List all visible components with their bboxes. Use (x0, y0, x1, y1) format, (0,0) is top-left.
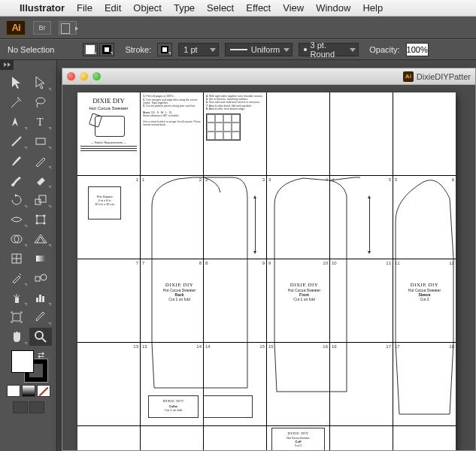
artboard-r2c2[interactable]: 12 (141, 176, 203, 259)
color-mode-button[interactable] (7, 385, 20, 397)
swap-fill-stroke-icon[interactable]: ⇄ (38, 350, 44, 360)
artboard-r3c1[interactable]: 7 (77, 259, 140, 342)
minimize-window-button[interactable] (80, 72, 88, 80)
pen-tool[interactable] (5, 113, 28, 131)
perspective-grid-tool[interactable] (29, 230, 52, 248)
mesh-tool[interactable] (5, 250, 28, 268)
menu-window[interactable]: Window (316, 2, 350, 14)
close-window-button[interactable] (67, 72, 75, 80)
brush-combo[interactable]: 3 pt. Round (299, 43, 359, 56)
artboard-r4c1[interactable]: 13 (77, 343, 140, 425)
menu-object[interactable]: Object (133, 2, 162, 14)
menu-help[interactable]: Help (362, 2, 383, 14)
type-tool[interactable]: T (29, 113, 52, 131)
artboard-instructions-2[interactable]: 4. With right sides together sew shoulde… (204, 92, 266, 175)
svg-point-0 (36, 98, 45, 104)
canvas[interactable]: DIXIE DIY Hot Cocoa Sweater — Fabric Req… (62, 85, 475, 450)
paintbrush-tool[interactable] (5, 152, 28, 170)
gradient-tool[interactable] (29, 250, 52, 268)
artboard-r4c6[interactable]: 1718 (393, 343, 456, 425)
none-mode-button[interactable] (37, 385, 50, 397)
artboard-r4c4[interactable]: 1516 (267, 343, 329, 425)
rotate-tool[interactable] (5, 191, 28, 209)
shape-builder-tool[interactable] (5, 230, 28, 248)
artboard-r2c5[interactable]: 45 (330, 176, 393, 259)
rectangle-tool[interactable] (29, 132, 52, 150)
artboard-r1c4[interactable] (267, 92, 329, 175)
stroke-swatch[interactable] (99, 43, 114, 56)
fill-swatch[interactable] (83, 43, 98, 56)
artboard-r2c3[interactable]: 23 (204, 176, 266, 259)
stroke-profile-combo[interactable]: Uniform (225, 43, 293, 56)
stroke-weight-combo[interactable]: 1 pt (178, 43, 219, 56)
artboard-r2c4[interactable]: 34 (267, 176, 329, 259)
artboard-r3c3[interactable]: 89 (204, 259, 266, 342)
menu-type[interactable]: Type (174, 2, 195, 14)
menu-file[interactable]: File (77, 2, 92, 14)
workspace: T ⇄ (0, 60, 476, 451)
window-titlebar[interactable]: Ai DixieDIYPatter (62, 68, 475, 85)
collar-piece: DIXIE DIY Collar Cut 1 on fold (148, 395, 199, 418)
menu-view[interactable]: View (283, 2, 304, 14)
app-menu[interactable]: Illustrator (20, 2, 65, 14)
svg-text:T: T (37, 117, 44, 128)
artboard-cover[interactable]: DIXIE DIY Hot Cocoa Sweater — Fabric Req… (77, 92, 140, 175)
selection-tool[interactable] (5, 74, 28, 92)
blend-tool[interactable] (29, 269, 52, 287)
artboard-r1c6[interactable] (393, 92, 456, 175)
artboard-r3c5[interactable]: 1011 (330, 259, 393, 342)
artboard-instructions-1[interactable]: 1. Print all pages at 100%… 2. Trim marg… (141, 92, 203, 175)
artboard-r4c2[interactable]: DIXIE DIY Collar Cut 1 on fold 1314 (141, 343, 203, 425)
garment-sketch-icon (90, 113, 128, 138)
artboard-r5c2[interactable] (141, 426, 203, 450)
artboard-r5c1[interactable] (77, 426, 140, 450)
symbol-sprayer-tool[interactable] (5, 289, 28, 307)
artboard-r2c6[interactable]: 56 (393, 176, 456, 259)
artboard-r2c1[interactable]: Test Square 4 in x 4 in 10 cm x 10 cm 1 (77, 176, 140, 259)
bridge-button[interactable]: Br (33, 21, 51, 35)
artboard-r3c2[interactable]: DIXIE DIY Hot Cocoa Sweater Back Cut 1 o… (141, 259, 203, 342)
eraser-tool[interactable] (29, 171, 52, 189)
scale-tool[interactable] (29, 191, 52, 209)
slice-tool[interactable] (29, 308, 52, 326)
artboard-r3c6[interactable]: DIXIE DIY Hot Cocoa Sweater Sleeve Cut 2… (393, 259, 456, 342)
artboard-r5c3[interactable] (204, 426, 266, 450)
artboard-r1c5[interactable] (330, 92, 393, 175)
menu-select[interactable]: Select (207, 2, 234, 14)
arrange-documents-button[interactable] (59, 21, 77, 35)
artboard-tool[interactable] (5, 308, 28, 326)
zoom-window-button[interactable] (92, 72, 101, 80)
zoom-tool[interactable] (29, 328, 52, 346)
fill-stroke-indicator[interactable]: ⇄ (10, 350, 47, 382)
opacity-field[interactable]: 100% (406, 43, 429, 56)
fill-indicator[interactable] (11, 350, 34, 373)
lasso-tool[interactable] (29, 93, 52, 111)
menu-effect[interactable]: Effect (246, 2, 271, 14)
app-topbar: Ai Br (0, 17, 476, 39)
artboard-r4c3[interactable]: 1415 (204, 343, 266, 425)
hand-tool[interactable] (5, 328, 28, 346)
product-name: Hot Cocoa Sweater (80, 106, 137, 110)
menu-edit[interactable]: Edit (105, 2, 121, 14)
column-graph-tool[interactable] (29, 289, 52, 307)
svg-rect-21 (36, 298, 38, 302)
stroke-color-swatch[interactable] (157, 43, 172, 56)
normal-screen-mode-button[interactable] (13, 401, 28, 413)
magic-wand-tool[interactable] (5, 93, 28, 111)
panel-collapse-toggle[interactable] (0, 59, 14, 70)
free-transform-tool[interactable] (29, 210, 52, 229)
svg-rect-7 (37, 216, 44, 223)
eyedropper-tool[interactable] (5, 269, 28, 287)
line-segment-tool[interactable] (5, 132, 28, 150)
artboard-r5c4[interactable]: DIXIE DIY Hot Cocoa Sweater Cuff Cut 2 (267, 426, 329, 450)
artboard-r4c5[interactable]: 1617 (330, 343, 393, 425)
artboard-r5c5[interactable] (330, 426, 393, 450)
artboard-r5c6[interactable] (393, 426, 456, 450)
artboard-r3c4[interactable]: DIXIE DIY Hot Cocoa Sweater Front Cut 1 … (267, 259, 329, 342)
full-screen-mode-button[interactable] (29, 401, 44, 413)
gradient-mode-button[interactable] (22, 385, 35, 397)
direct-selection-tool[interactable] (29, 74, 52, 92)
width-tool[interactable] (5, 210, 28, 229)
pencil-tool[interactable] (29, 152, 52, 170)
blob-brush-tool[interactable] (5, 171, 28, 189)
